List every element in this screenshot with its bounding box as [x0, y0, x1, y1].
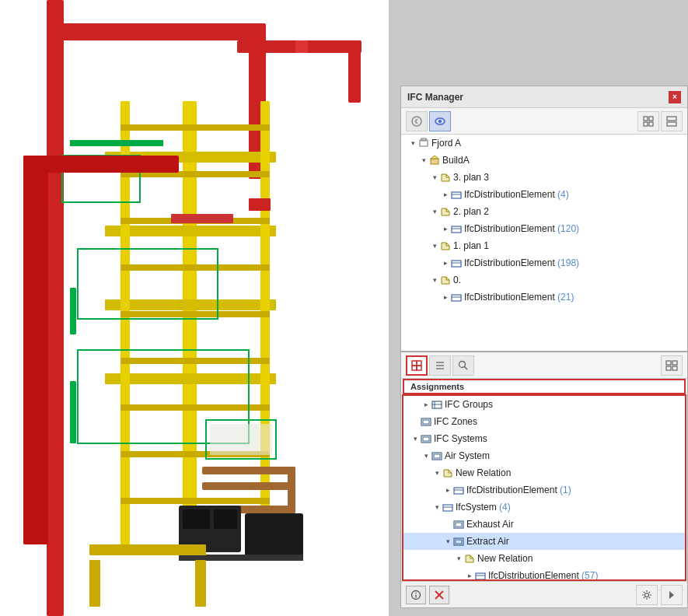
svg-rect-2: [47, 23, 264, 40]
ifc-tree-top[interactable]: Fjord A BuildA 3. plan 3 IfcDistribution…: [401, 135, 687, 352]
tree-label-ifc-zones: IFC Zones: [434, 415, 477, 429]
svg-rect-65: [452, 261, 461, 267]
assignments-content[interactable]: IFC Groups IFC Zones IFC Systems Air Sys…: [402, 394, 686, 581]
expand-arrow-build[interactable]: [418, 153, 429, 167]
expand-arrow-new-rel2[interactable]: [453, 551, 464, 565]
svg-marker-60: [431, 156, 438, 159]
svg-rect-56: [667, 122, 676, 126]
tree-label-build: BuildA: [442, 153, 470, 167]
tree-item-air-system[interactable]: Air System: [403, 447, 685, 464]
svg-rect-37: [214, 509, 237, 529]
tree-item-plan3[interactable]: 3. plan 3: [401, 169, 687, 186]
tree-item-extract-air[interactable]: Extract Air: [403, 533, 685, 550]
svg-rect-61: [452, 192, 461, 198]
tree-label-fjord: Fjord A: [431, 136, 461, 150]
svg-rect-30: [202, 482, 295, 490]
grid-button-2[interactable]: [661, 111, 683, 131]
arrow-right-button[interactable]: [661, 585, 683, 605]
assignments-icon-button[interactable]: [406, 355, 428, 376]
tree-label-ifc-sys4: IfcSystem (4): [456, 500, 511, 514]
expand-arrow-fjord[interactable]: [407, 136, 418, 150]
svg-point-76: [459, 361, 466, 367]
svg-point-50: [438, 120, 442, 123]
delete-button[interactable]: [429, 586, 449, 604]
tree-item-exhaust-air[interactable]: Exhaust Air: [403, 516, 685, 533]
svg-rect-90: [434, 454, 440, 458]
tree-item-dist198[interactable]: IfcDistributionElement (198): [401, 254, 687, 271]
svg-rect-91: [454, 488, 463, 494]
tree-item-plan1[interactable]: 1. plan 1: [401, 237, 687, 254]
svg-rect-86: [423, 420, 429, 424]
bottom-toolbar: [401, 352, 687, 379]
expand-arrow-air-system[interactable]: [421, 449, 431, 463]
svg-rect-27: [249, 198, 271, 211]
tree-item-dist57[interactable]: IfcDistributionElement (57): [403, 567, 685, 581]
view-toggle-button[interactable]: [429, 111, 451, 131]
svg-point-104: [415, 592, 417, 593]
tree-item-plan0[interactable]: 0.: [401, 271, 687, 289]
svg-rect-80: [666, 366, 671, 370]
tree-label-ifc-systems: IFC Systems: [434, 432, 487, 446]
tree-item-dist1[interactable]: IfcDistributionElement (1): [403, 481, 685, 499]
svg-rect-26: [70, 381, 76, 443]
svg-rect-93: [443, 505, 452, 511]
tree-item-new-rel1[interactable]: New Relation: [403, 464, 685, 481]
expand-arrow-extract[interactable]: [442, 534, 453, 548]
expand-arrow-dist21[interactable]: [440, 290, 451, 304]
svg-rect-46: [89, 560, 100, 607]
svg-rect-43: [23, 156, 48, 544]
tree-label-dist120: IfcDistributionElement (120): [464, 222, 579, 236]
tree-label-plan3: 3. plan 3: [453, 170, 489, 184]
expand-arrow-dist1[interactable]: [442, 483, 453, 497]
svg-rect-29: [202, 467, 295, 474]
bottom-action-bar: [401, 581, 687, 607]
settings-button-bottom[interactable]: [636, 585, 658, 605]
svg-line-77: [465, 366, 468, 369]
tree-item-new-rel2[interactable]: New Relation: [403, 550, 685, 567]
tree-item-build[interactable]: BuildA: [401, 152, 687, 169]
svg-rect-9: [105, 373, 276, 384]
tree-item-dist120[interactable]: IfcDistributionElement (120): [401, 220, 687, 237]
tree-label-air-system: Air System: [445, 449, 490, 463]
tree-item-dist4[interactable]: IfcDistributionElement (4): [401, 186, 687, 203]
svg-rect-72: [417, 366, 421, 370]
expand-arrow-dist4[interactable]: [440, 187, 451, 201]
tree-item-ifc-groups[interactable]: IFC Groups: [403, 396, 685, 413]
svg-rect-67: [452, 295, 461, 301]
grid-button-1[interactable]: [637, 111, 659, 131]
expand-arrow-ifc-systems[interactable]: [410, 432, 421, 446]
top-toolbar: [401, 108, 687, 135]
svg-rect-70: [417, 361, 421, 366]
svg-rect-79: [672, 361, 677, 365]
expand-arrow-plan3[interactable]: [429, 170, 440, 184]
svg-rect-99: [476, 573, 485, 579]
list-view-button[interactable]: [429, 355, 451, 376]
svg-rect-78: [666, 361, 671, 365]
search-button-bottom[interactable]: [452, 355, 474, 376]
expand-arrow-plan0[interactable]: [429, 273, 440, 287]
svg-rect-17: [120, 358, 270, 364]
tree-item-plan2[interactable]: 2. plan 2: [401, 203, 687, 220]
tree-item-dist21[interactable]: IfcDistributionElement (21): [401, 289, 687, 306]
expand-arrow-dist120[interactable]: [440, 222, 451, 236]
back-button[interactable]: [406, 111, 428, 131]
svg-rect-55: [667, 117, 676, 121]
svg-rect-96: [456, 523, 462, 527]
info-button[interactable]: [406, 586, 426, 604]
svg-rect-98: [456, 540, 462, 544]
assignments-tab[interactable]: Assignments: [403, 379, 686, 394]
tree-item-ifc-zones[interactable]: IFC Zones: [403, 413, 685, 430]
tree-item-ifc-systems[interactable]: IFC Systems: [403, 430, 685, 447]
filter-grid-button[interactable]: [661, 355, 683, 376]
expand-arrow-new-rel1[interactable]: [431, 466, 442, 480]
expand-arrow-ifc-sys4[interactable]: [431, 500, 442, 514]
expand-arrow-dist57[interactable]: [464, 569, 475, 581]
tree-item-fjord[interactable]: Fjord A: [401, 135, 687, 152]
expand-arrow-plan2[interactable]: [429, 205, 440, 219]
close-button[interactable]: ×: [669, 91, 681, 103]
tree-item-ifc-sys4[interactable]: IfcSystem (4): [403, 499, 685, 516]
expand-arrow-plan1[interactable]: [429, 239, 440, 253]
expand-arrow-dist198[interactable]: [440, 256, 451, 270]
svg-rect-5: [183, 101, 197, 552]
expand-arrow-ifc-groups[interactable]: [421, 397, 431, 411]
